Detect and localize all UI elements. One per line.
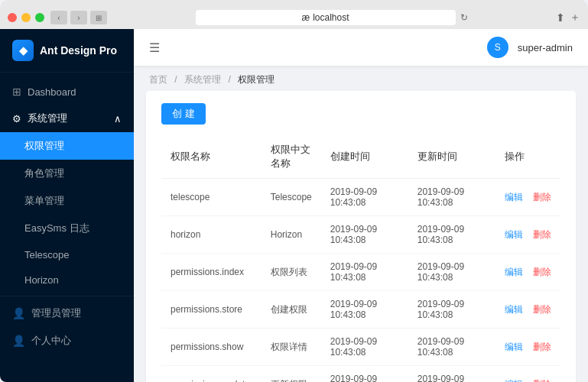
maximize-button[interactable] — [35, 13, 44, 22]
sidebar-label-profile: 个人中心 — [31, 334, 71, 348]
cell-created: 2019-09-09 10:43:08 — [321, 216, 408, 254]
chevron-up-icon: ∧ — [114, 113, 122, 125]
sidebar-label-easysms: EasySms 日志 — [24, 222, 89, 235]
cell-created: 2019-09-09 10:43:08 — [321, 366, 408, 383]
cell-updated: 2019-09-09 10:43:08 — [408, 254, 495, 291]
cell-actions: 编辑 删除 — [495, 291, 560, 329]
create-button[interactable]: 创 建 — [161, 103, 206, 125]
breadcrumb-sep-2: / — [228, 74, 230, 85]
cell-updated: 2019-09-09 10:43:08 — [408, 179, 495, 216]
user-name[interactable]: super-admin — [518, 42, 573, 53]
table-row: permissions.update 更新权限 2019-09-09 10:43… — [161, 366, 560, 383]
sidebar-sub-system: 权限管理 角色管理 菜单管理 EasySms 日志 Telescope Hori… — [0, 132, 134, 293]
traffic-lights — [8, 13, 44, 22]
avatar: S — [487, 37, 508, 58]
browser-chrome: ‹ › ⊞ æ localhost ↻ ⬆ ＋ — [0, 0, 588, 29]
delete-button[interactable]: 删除 — [533, 379, 551, 383]
delete-button[interactable]: 删除 — [533, 304, 551, 315]
sidebar-item-dashboard[interactable]: ⊞ Dashboard — [0, 79, 134, 105]
edit-button[interactable]: 编辑 — [505, 192, 523, 202]
table-row: permissions.store 创建权限 2019-09-09 10:43:… — [161, 291, 560, 329]
cell-actions: 编辑 删除 — [495, 254, 560, 291]
header-left: ☰ — [149, 40, 160, 55]
nav-buttons: ‹ › ⊞ — [50, 11, 107, 24]
sidebar-divider-1 — [0, 296, 134, 296]
cell-name: permissions.update — [161, 366, 262, 383]
delete-button[interactable]: 删除 — [533, 342, 551, 352]
address-bar[interactable]: æ localhost — [196, 10, 456, 25]
forward-button[interactable]: › — [70, 11, 87, 24]
breadcrumb-home[interactable]: 首页 — [149, 74, 167, 85]
menu-toggle-button[interactable]: ☰ — [149, 40, 160, 55]
cell-name: telescope — [161, 179, 262, 216]
sidebar-item-easysms[interactable]: EasySms 日志 — [0, 215, 134, 242]
sidebar-item-profile[interactable]: 👤 个人中心 — [0, 327, 134, 354]
table-row: horizon Horizon 2019-09-09 10:43:08 2019… — [161, 216, 560, 254]
profile-icon: 👤 — [12, 335, 25, 347]
cell-cname: Horizon — [262, 216, 321, 254]
cell-updated: 2019-09-09 10:43:08 — [408, 291, 495, 329]
edit-button[interactable]: 编辑 — [505, 267, 523, 277]
table-row: permissions.index 权限列表 2019-09-09 10:43:… — [161, 254, 560, 291]
cell-actions: 编辑 删除 — [495, 366, 560, 383]
cell-name: permissions.index — [161, 254, 262, 291]
view-button[interactable]: ⊞ — [90, 11, 107, 24]
cell-actions: 编辑 删除 — [495, 329, 560, 366]
cell-name: permissions.store — [161, 291, 262, 329]
top-header: ☰ S super-admin — [134, 29, 588, 66]
app-container: ◆ Ant Design Pro ⊞ Dashboard ⚙ 系统管理 ∧ 权限… — [0, 29, 588, 382]
sidebar-item-roles[interactable]: 角色管理 — [0, 160, 134, 187]
minimize-button[interactable] — [21, 13, 31, 22]
sidebar-item-menus[interactable]: 菜单管理 — [0, 187, 134, 215]
cell-cname: 权限详情 — [262, 329, 321, 366]
sidebar-label-menus: 菜单管理 — [24, 194, 64, 208]
sidebar-label-system: 系统管理 — [28, 112, 67, 125]
sidebar-label-dashboard: Dashboard — [28, 86, 76, 98]
cell-created: 2019-09-09 10:43:08 — [321, 179, 408, 216]
share-button[interactable]: ⬆ — [556, 11, 565, 24]
delete-button[interactable]: 删除 — [533, 192, 551, 202]
logo-area: ◆ Ant Design Pro — [0, 29, 134, 73]
breadcrumb-sep-1: / — [174, 74, 177, 85]
edit-button[interactable]: 编辑 — [505, 379, 523, 383]
sidebar-item-system[interactable]: ⚙ 系统管理 ∧ — [0, 105, 134, 132]
col-header-name: 权限名称 — [161, 135, 262, 179]
edit-button[interactable]: 编辑 — [505, 304, 523, 315]
url-text: localhost — [313, 12, 349, 23]
back-button[interactable]: ‹ — [50, 11, 67, 24]
sidebar: ◆ Ant Design Pro ⊞ Dashboard ⚙ 系统管理 ∧ 权限… — [0, 29, 134, 382]
delete-button[interactable]: 删除 — [533, 267, 551, 277]
cell-actions: 编辑 删除 — [495, 216, 560, 254]
refresh-button[interactable]: ↻ — [460, 12, 468, 23]
new-tab-button[interactable]: ＋ — [570, 11, 580, 24]
close-button[interactable] — [8, 13, 17, 22]
sidebar-item-telescope[interactable]: Telescope — [0, 242, 134, 267]
cell-cname: Telescope — [262, 179, 321, 216]
edit-button[interactable]: 编辑 — [505, 229, 523, 240]
sidebar-system-left: ⚙ 系统管理 — [12, 112, 67, 125]
breadcrumb-system[interactable]: 系统管理 — [184, 74, 221, 85]
sidebar-label-telescope: Telescope — [24, 249, 70, 261]
favicon: æ — [301, 12, 310, 23]
cell-name: permissions.show — [161, 329, 262, 366]
cell-cname: 权限列表 — [262, 254, 321, 291]
col-header-created: 创建时间 — [321, 135, 408, 179]
address-bar-area: æ localhost ↻ — [113, 10, 550, 25]
content-area: 创 建 权限名称 权限中文名称 创建时间 更新时间 操作 telescope T… — [134, 91, 588, 382]
cell-created: 2019-09-09 10:43:08 — [321, 254, 408, 291]
sidebar-label-admin: 管理员管理 — [31, 306, 81, 320]
logo-icon: ◆ — [12, 40, 34, 61]
header-right: S super-admin — [487, 37, 573, 58]
sidebar-item-admin[interactable]: 👤 管理员管理 — [0, 299, 134, 327]
delete-button[interactable]: 删除 — [533, 229, 551, 240]
table-row: telescope Telescope 2019-09-09 10:43:08 … — [161, 179, 560, 216]
breadcrumb: 首页 / 系统管理 / 权限管理 — [134, 66, 588, 91]
dashboard-icon: ⊞ — [12, 86, 21, 98]
sidebar-item-horizon[interactable]: Horizon — [0, 267, 134, 293]
col-header-cname: 权限中文名称 — [262, 135, 321, 179]
sidebar-label-horizon: Horizon — [24, 274, 59, 286]
edit-button[interactable]: 编辑 — [505, 342, 523, 352]
sidebar-item-permissions[interactable]: 权限管理 — [0, 132, 134, 160]
sidebar-menu: ⊞ Dashboard ⚙ 系统管理 ∧ 权限管理 角色管理 菜单管 — [0, 73, 134, 382]
browser-action-buttons: ⬆ ＋ — [556, 11, 580, 24]
